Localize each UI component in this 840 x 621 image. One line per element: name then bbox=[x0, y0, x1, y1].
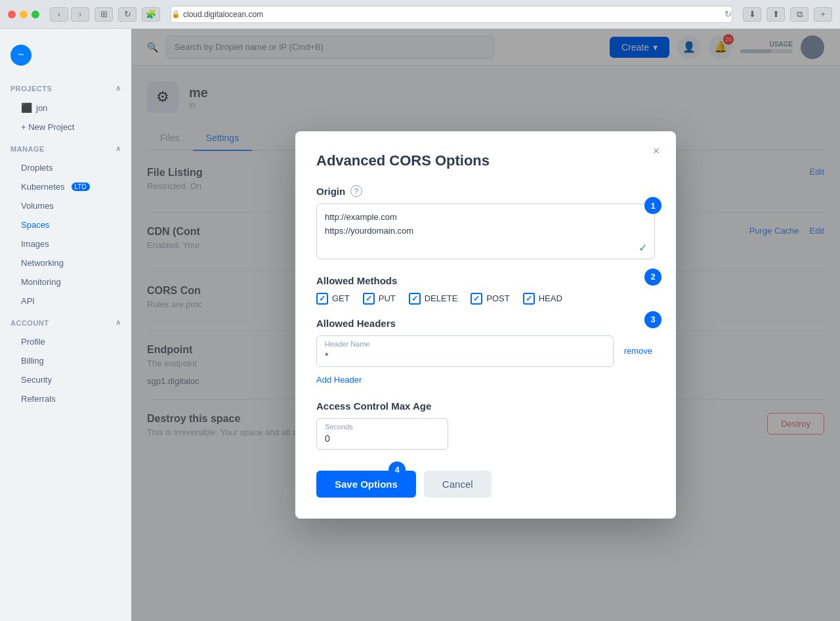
sidebar-item-droplets[interactable]: Droplets bbox=[10, 158, 121, 177]
kubernetes-badge: LTD bbox=[72, 182, 90, 191]
traffic-lights bbox=[8, 11, 39, 18]
methods-section: Allowed Methods 2 ✓ GET bbox=[316, 275, 655, 305]
step-1-badge: 1 bbox=[644, 197, 662, 214]
sidebar-item-label: Referrals bbox=[21, 394, 56, 404]
sidebar-item-api[interactable]: API bbox=[10, 291, 121, 310]
back-button[interactable]: ‹ bbox=[50, 7, 68, 22]
modal-footer: Save Options Cancel 4 bbox=[316, 471, 655, 498]
seconds-input[interactable] bbox=[317, 432, 448, 449]
seconds-label: Seconds bbox=[317, 419, 448, 432]
get-checkbox[interactable]: ✓ bbox=[316, 293, 328, 305]
headers-section: Allowed Headers 3 Header Name remove bbox=[316, 318, 655, 387]
max-age-section: Access Control Max Age Seconds bbox=[316, 400, 655, 452]
sidebar-item-networking[interactable]: Networking bbox=[10, 253, 121, 272]
sidebar-item-label: + New Project bbox=[21, 122, 74, 132]
sidebar-new-project[interactable]: + New Project bbox=[10, 118, 121, 137]
upload-icon[interactable]: ⬆ bbox=[766, 7, 785, 22]
sidebar-item-referrals[interactable]: Referrals bbox=[10, 389, 121, 408]
origin-input[interactable]: http://example.com https://yourdomain.co… bbox=[316, 203, 655, 259]
reload-icon[interactable]: ↻ bbox=[118, 7, 136, 22]
method-head[interactable]: ✓ HEAD bbox=[523, 293, 562, 305]
cancel-button[interactable]: Cancel bbox=[424, 471, 492, 498]
address-bar[interactable]: 🔒 cloud.digitalocean.com ↻ bbox=[171, 6, 732, 23]
sidebar-item-spaces[interactable]: Spaces bbox=[10, 215, 121, 234]
sidebar-item-kubernetes[interactable]: Kubernetes LTD bbox=[10, 177, 121, 196]
manage-section-header: MANAGE ∧ bbox=[10, 144, 121, 153]
sidebar-item-volumes[interactable]: Volumes bbox=[10, 196, 121, 215]
sidebar-item-profile[interactable]: Profile bbox=[10, 332, 121, 351]
sidebar-item-label: Volumes bbox=[21, 201, 54, 211]
projects-section-header: PROJECTS ∧ bbox=[10, 84, 121, 93]
max-age-label: Access Control Max Age bbox=[316, 400, 655, 412]
add-tab-icon[interactable]: + bbox=[814, 7, 832, 22]
headers-label: Allowed Headers 3 bbox=[316, 318, 655, 329]
checkmark-icon: ✓ bbox=[639, 242, 647, 254]
sidebar-item-label: jon bbox=[36, 103, 47, 113]
sidebar-item-security[interactable]: Security bbox=[10, 370, 121, 389]
sidebar-section-account: ACCOUNT ∧ Profile Billing Security Refer… bbox=[0, 313, 131, 411]
sidebar-item-label: Kubernetes bbox=[21, 182, 65, 192]
sidebar-item-label: Billing bbox=[21, 356, 44, 366]
download-icon[interactable]: ⬇ bbox=[743, 7, 761, 22]
chevron-up-icon: ∧ bbox=[116, 318, 121, 327]
modal-title: Advanced CORS Options bbox=[316, 152, 655, 169]
refresh-icon: ↻ bbox=[724, 9, 732, 19]
check-icon: ✓ bbox=[473, 294, 480, 303]
method-delete[interactable]: ✓ DELETE bbox=[409, 293, 458, 305]
method-post[interactable]: ✓ POST bbox=[471, 293, 509, 305]
sidebar-item-jon[interactable]: ⬛ jon bbox=[10, 98, 121, 118]
cors-modal: × Advanced CORS Options Origin ? http://… bbox=[295, 131, 676, 518]
sidebar-item-label: Security bbox=[21, 375, 52, 385]
sidebar-item-monitoring[interactable]: Monitoring bbox=[10, 272, 121, 291]
remove-header-button[interactable]: remove bbox=[621, 343, 655, 358]
origin-help-icon[interactable]: ? bbox=[350, 185, 362, 197]
check-icon: ✓ bbox=[411, 294, 418, 303]
method-get[interactable]: ✓ GET bbox=[316, 293, 350, 305]
account-section-header: ACCOUNT ∧ bbox=[10, 318, 121, 327]
title-bar: ‹ › ⊞ ↻ 🧩 🔒 cloud.digitalocean.com ↻ ⬇ ⬆… bbox=[0, 0, 840, 29]
methods-label: Allowed Methods 2 bbox=[316, 275, 655, 286]
put-label: PUT bbox=[379, 293, 396, 303]
modal-close-button[interactable]: × bbox=[647, 142, 665, 160]
check-icon: ✓ bbox=[319, 294, 326, 303]
lock-icon: 🔒 bbox=[171, 10, 180, 18]
sidebar-item-label: API bbox=[21, 296, 35, 306]
step-3-badge: 3 bbox=[644, 311, 662, 328]
maximize-window-button[interactable] bbox=[32, 11, 39, 18]
add-header-button[interactable]: Add Header bbox=[316, 372, 362, 387]
put-checkbox[interactable]: ✓ bbox=[363, 293, 375, 305]
method-put[interactable]: ✓ PUT bbox=[363, 293, 396, 305]
url-text: cloud.digitalocean.com bbox=[183, 10, 263, 19]
sidebar-logo: ~ bbox=[0, 39, 131, 79]
close-window-button[interactable] bbox=[8, 11, 16, 18]
delete-label: DELETE bbox=[425, 293, 458, 303]
logo-icon: ~ bbox=[10, 45, 32, 66]
sidebar-item-label: Spaces bbox=[21, 220, 49, 230]
sidebar-item-label: Profile bbox=[21, 337, 45, 347]
forward-button[interactable]: › bbox=[71, 7, 89, 22]
window-icon[interactable]: ⧉ bbox=[790, 7, 808, 22]
sidebar-item-billing[interactable]: Billing bbox=[10, 351, 121, 370]
extensions-icon[interactable]: 🧩 bbox=[142, 7, 160, 22]
sidebar-item-label: Images bbox=[21, 239, 49, 249]
sidebar-section-projects: PROJECTS ∧ ⬛ jon + New Project bbox=[0, 79, 131, 139]
origin-wrapper: http://example.com https://yourdomain.co… bbox=[316, 203, 655, 261]
sidebar-section-manage: MANAGE ∧ Droplets Kubernetes LTD Volumes… bbox=[0, 139, 131, 313]
get-label: GET bbox=[332, 293, 350, 303]
methods-checkboxes: ✓ GET ✓ PUT ✓ bbox=[316, 293, 655, 305]
delete-checkbox[interactable]: ✓ bbox=[409, 293, 421, 305]
step-4-badge: 4 bbox=[388, 461, 406, 479]
share-icon[interactable]: ⊞ bbox=[94, 7, 113, 22]
chevron-up-icon: ∧ bbox=[116, 144, 121, 153]
sidebar: ~ PROJECTS ∧ ⬛ jon + New Project MANAGE … bbox=[0, 29, 131, 621]
sidebar-item-label: Monitoring bbox=[21, 277, 61, 287]
sidebar-item-images[interactable]: Images bbox=[10, 234, 121, 253]
check-icon: ✓ bbox=[366, 294, 372, 303]
post-checkbox[interactable]: ✓ bbox=[471, 293, 482, 305]
minimize-window-button[interactable] bbox=[20, 11, 28, 18]
header-name-input[interactable] bbox=[317, 349, 613, 366]
head-checkbox[interactable]: ✓ bbox=[523, 293, 535, 305]
nav-buttons: ‹ › bbox=[50, 7, 89, 22]
header-name-label: Header Name bbox=[317, 336, 613, 349]
header-row: Header Name remove bbox=[316, 335, 655, 367]
